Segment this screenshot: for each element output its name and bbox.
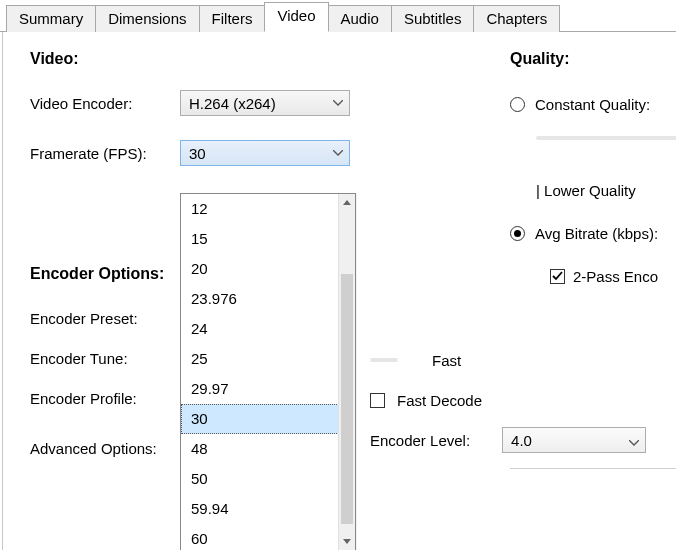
fast-decode-label: Fast Decode xyxy=(397,392,482,409)
framerate-label: Framerate (FPS): xyxy=(30,142,180,170)
scroll-down-icon[interactable] xyxy=(339,533,355,550)
quality-section-title: Quality: xyxy=(510,50,676,68)
tab-video[interactable]: Video xyxy=(264,2,328,32)
divider xyxy=(510,468,676,469)
lower-quality-label: | Lower Quality xyxy=(536,182,676,199)
encoder-preset-value: Fast xyxy=(432,352,461,369)
chevron-down-icon xyxy=(333,100,343,106)
tab-summary[interactable]: Summary xyxy=(6,5,96,32)
preset-slider[interactable] xyxy=(370,358,398,362)
tab-subtitles[interactable]: Subtitles xyxy=(391,5,475,32)
video-section-title: Video: xyxy=(30,50,180,68)
encoder-tune-label: Encoder Tune: xyxy=(30,347,180,375)
framerate-option[interactable]: 30 xyxy=(181,404,355,434)
framerate-option[interactable]: 59.94 xyxy=(181,494,355,524)
tab-audio[interactable]: Audio xyxy=(328,5,392,32)
framerate-option[interactable]: 60 xyxy=(181,524,355,550)
chevron-down-icon xyxy=(333,150,343,156)
two-pass-label: 2-Pass Enco xyxy=(573,268,658,285)
avg-bitrate-radio[interactable] xyxy=(510,226,525,241)
framerate-option[interactable]: 25 xyxy=(181,344,355,374)
framerate-value: 30 xyxy=(189,145,206,162)
encoder-preset-label: Encoder Preset: xyxy=(30,307,180,335)
video-encoder-combo[interactable]: H.264 (x264) xyxy=(180,90,350,116)
scroll-up-icon[interactable] xyxy=(339,194,355,211)
constant-quality-radio[interactable] xyxy=(510,97,525,112)
fast-decode-checkbox[interactable] xyxy=(370,393,385,408)
framerate-dropdown[interactable]: 12152023.976242529.9730485059.9460 xyxy=(180,193,356,550)
framerate-combo[interactable]: 30 xyxy=(180,140,350,166)
two-pass-checkbox[interactable] xyxy=(550,269,565,284)
framerate-option[interactable]: 12 xyxy=(181,194,355,224)
tabs-bar: Summary Dimensions Filters Video Audio S… xyxy=(0,0,676,32)
chevron-down-icon xyxy=(629,432,639,449)
encoder-level-value: 4.0 xyxy=(511,432,532,449)
framerate-option[interactable]: 20 xyxy=(181,254,355,284)
framerate-option[interactable]: 29.97 xyxy=(181,374,355,404)
scrollbar[interactable] xyxy=(338,194,355,550)
tab-chapters[interactable]: Chapters xyxy=(473,5,560,32)
encoder-profile-label: Encoder Profile: xyxy=(30,387,180,415)
tab-filters[interactable]: Filters xyxy=(199,5,266,32)
encoder-level-combo[interactable]: 4.0 xyxy=(502,427,646,453)
constant-quality-label: Constant Quality: xyxy=(535,96,650,113)
quality-slider[interactable] xyxy=(536,136,676,140)
advanced-options-label: Advanced Options: xyxy=(30,437,180,465)
encoder-level-label: Encoder Level: xyxy=(370,432,470,449)
video-encoder-label: Video Encoder: xyxy=(30,92,180,120)
tab-dimensions[interactable]: Dimensions xyxy=(95,5,199,32)
framerate-option[interactable]: 15 xyxy=(181,224,355,254)
framerate-option[interactable]: 23.976 xyxy=(181,284,355,314)
framerate-option[interactable]: 48 xyxy=(181,434,355,464)
encoder-options-section-title: Encoder Options: xyxy=(30,265,180,283)
avg-bitrate-label: Avg Bitrate (kbps): xyxy=(535,225,658,242)
framerate-option[interactable]: 24 xyxy=(181,314,355,344)
framerate-option[interactable]: 50 xyxy=(181,464,355,494)
scroll-thumb[interactable] xyxy=(341,274,353,524)
video-encoder-value: H.264 (x264) xyxy=(189,95,276,112)
